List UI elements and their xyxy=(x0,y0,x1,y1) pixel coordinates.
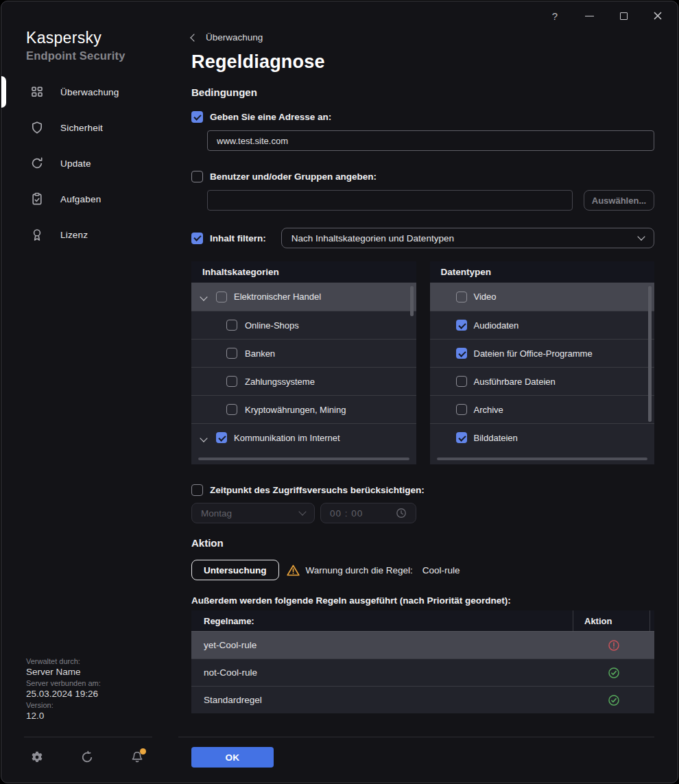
sidebar-item-überwachung[interactable]: Überwachung xyxy=(1,74,178,110)
sidebar-item-sicherheit[interactable]: Sicherheit xyxy=(1,110,178,145)
sidebar-footer-icons xyxy=(30,750,144,764)
close-icon[interactable] xyxy=(650,8,665,23)
item-checkbox[interactable] xyxy=(456,432,467,443)
sidebar-item-label: Update xyxy=(60,158,91,169)
notification-dot xyxy=(140,748,146,755)
rules-table-caption: Außerdem werden folgende Regeln ausgefüh… xyxy=(191,595,654,606)
select-users-button[interactable]: Auswählen... xyxy=(584,190,654,211)
item-checkbox[interactable] xyxy=(216,432,227,443)
breadcrumb[interactable]: Überwachung xyxy=(191,32,263,43)
item-checkbox[interactable] xyxy=(226,348,237,359)
list-item-ausführbare-dateien[interactable]: Ausführbare Dateien xyxy=(430,367,655,395)
support-refresh-icon[interactable] xyxy=(80,750,94,764)
address-input[interactable] xyxy=(207,130,654,151)
address-checkbox[interactable] xyxy=(191,111,203,123)
users-input-row: Auswählen... xyxy=(207,190,654,211)
list-item-online-shops[interactable]: Online-Shops xyxy=(191,311,416,339)
ok-button[interactable]: OK xyxy=(191,747,274,768)
day-select[interactable]: Montag xyxy=(191,503,315,523)
content-filter-dropdown-value: Nach Inhaltskategorien und Datentypen xyxy=(291,233,639,243)
footer-divider-right xyxy=(178,737,654,737)
users-checkbox[interactable] xyxy=(191,171,203,182)
list-item-dateien-für-office-programme[interactable]: Dateien für Office-Programme xyxy=(430,339,655,367)
list-item-video[interactable]: Video xyxy=(430,283,655,311)
sidebar-item-aufgaben[interactable]: Aufgaben xyxy=(1,181,178,217)
item-label: Ausführbare Dateien xyxy=(474,377,556,387)
expander-chevron-icon[interactable] xyxy=(201,433,206,443)
help-icon[interactable]: ? xyxy=(547,8,562,23)
conditions-heading: Bedingungen xyxy=(191,86,654,98)
item-label: Online-Shops xyxy=(245,320,299,331)
item-checkbox[interactable] xyxy=(216,292,227,302)
list-item-audiodaten[interactable]: Audiodaten xyxy=(430,311,655,339)
main-content: Überwachung Regeldiagnose Bedingungen Ge… xyxy=(178,1,654,713)
datatypes-hscrollbar[interactable] xyxy=(437,458,648,460)
sidebar-item-update[interactable]: Update xyxy=(1,145,178,181)
content-filter-dropdown[interactable]: Nach Inhaltskategorien und Datentypen xyxy=(281,228,654,248)
datatypes-vscrollbar[interactable] xyxy=(648,286,652,422)
day-select-value: Montag xyxy=(201,508,232,519)
categories-hscrollbar[interactable] xyxy=(198,458,409,460)
table-row-yet-cool-rule[interactable]: yet-Cool-rule xyxy=(191,631,654,658)
content-filter-row: Inhalt filtern: Nach Inhaltskategorien u… xyxy=(191,228,654,248)
content-filter-checkbox[interactable] xyxy=(191,233,203,244)
refresh-icon xyxy=(30,156,44,170)
datatypes-panel: Datentypen VideoAudiodatenDateien für Of… xyxy=(430,261,655,464)
minimize-icon[interactable] xyxy=(582,8,597,23)
action-row: Untersuchung Warnung durch die Regel: Co… xyxy=(191,560,654,580)
status-allowed-icon xyxy=(573,694,654,706)
footer-divider-left xyxy=(24,737,152,737)
sidebar-item-lizenz[interactable]: Lizenz xyxy=(1,217,178,252)
list-item-kryptowährungen-mining[interactable]: Kryptowährungen, Mining xyxy=(191,395,416,423)
maximize-icon[interactable] xyxy=(616,8,631,23)
categories-vscrollbar[interactable] xyxy=(410,286,414,316)
notifications-bell-icon[interactable] xyxy=(130,750,144,764)
rule-name: not-Cool-rule xyxy=(191,667,573,678)
rules-table: Regelname: Aktion yet-Cool-rulenot-Cool-… xyxy=(191,610,654,713)
item-label: Archive xyxy=(474,405,503,415)
categories-list: Elektronischer HandelOnline-ShopsBankenZ… xyxy=(191,283,416,451)
investigate-button[interactable]: Untersuchung xyxy=(191,560,279,580)
item-label: Kommunikation im Internet xyxy=(234,433,340,443)
table-row-standardregel[interactable]: Standardregel xyxy=(191,686,654,713)
sidebar-item-label: Sicherheit xyxy=(60,123,103,133)
item-checkbox[interactable] xyxy=(456,404,467,415)
item-checkbox[interactable] xyxy=(456,376,467,387)
datatypes-list: VideoAudiodatenDateien für Office-Progra… xyxy=(430,283,655,451)
chevron-down-icon xyxy=(637,233,645,240)
list-item-archive[interactable]: Archive xyxy=(430,395,655,423)
version-value: 12.0 xyxy=(26,711,101,722)
list-item-kommunikation-im-internet[interactable]: Kommunikation im Internet xyxy=(191,423,416,451)
item-label: Kryptowährungen, Mining xyxy=(245,405,346,415)
item-checkbox[interactable] xyxy=(226,320,237,331)
warning-triangle-icon xyxy=(287,564,300,577)
sidebar-item-label: Aufgaben xyxy=(60,194,101,204)
item-checkbox[interactable] xyxy=(456,320,467,331)
list-item-zahlungssysteme[interactable]: Zahlungssysteme xyxy=(191,367,416,395)
users-input[interactable] xyxy=(207,190,573,211)
titlebar-controls: ? xyxy=(547,8,665,23)
item-label: Bilddateien xyxy=(474,433,518,443)
time-field[interactable]: 00 : 00 xyxy=(320,503,416,523)
list-item-bilddateien[interactable]: Bilddateien xyxy=(430,423,655,451)
time-checkbox[interactable] xyxy=(191,484,203,496)
list-item-elektronischer-handel[interactable]: Elektronischer Handel xyxy=(191,283,416,311)
table-row-not-cool-rule[interactable]: not-Cool-rule xyxy=(191,658,654,686)
rules-table-body: yet-Cool-rulenot-Cool-ruleStandardregel xyxy=(191,631,654,713)
warning-rule-name: Cool-rule xyxy=(422,565,460,575)
connected-label: Server verbunden am: xyxy=(26,678,101,689)
expander-chevron-icon[interactable] xyxy=(201,292,206,302)
item-checkbox[interactable] xyxy=(226,376,237,387)
list-item-banken[interactable]: Banken xyxy=(191,339,416,367)
item-label: Banken xyxy=(245,348,275,359)
item-checkbox[interactable] xyxy=(456,292,467,302)
item-checkbox[interactable] xyxy=(456,348,467,359)
item-checkbox[interactable] xyxy=(226,404,237,415)
content-filter-label: Inhalt filtern: xyxy=(210,233,266,243)
managed-by-label: Verwaltet durch: xyxy=(26,656,101,667)
address-checkbox-row: Geben Sie eine Adresse an: xyxy=(191,111,654,123)
settings-gear-icon[interactable] xyxy=(30,750,44,764)
sidebar-nav: ÜberwachungSicherheitUpdateAufgabenLizen… xyxy=(1,74,178,252)
item-label: Zahlungssysteme xyxy=(245,377,315,387)
status-allowed-icon xyxy=(573,667,654,679)
